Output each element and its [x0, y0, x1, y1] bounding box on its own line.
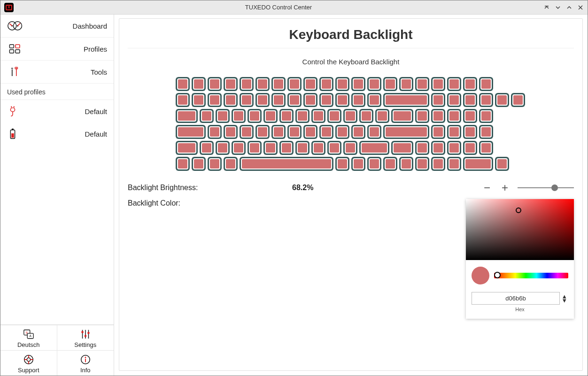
key	[224, 157, 238, 171]
key	[279, 109, 294, 123]
key	[383, 93, 429, 107]
key	[351, 125, 365, 139]
key	[463, 77, 477, 91]
key	[287, 77, 302, 91]
key	[192, 157, 206, 171]
key	[447, 141, 461, 155]
key	[431, 125, 445, 139]
key	[208, 125, 222, 139]
info-icon	[80, 353, 91, 366]
key	[479, 141, 493, 155]
brightness-label: Backlight Brightness:	[128, 184, 292, 192]
sidebar-item-tools[interactable]: Tools	[0, 61, 114, 84]
key	[399, 157, 413, 171]
key	[447, 125, 461, 139]
page-title: Keyboard Backlight	[128, 19, 574, 48]
titlebar: TUXEDO Control Center	[0, 0, 588, 15]
key	[248, 109, 262, 123]
key	[295, 109, 309, 123]
bottom-toolbar: 文A Deutsch Settings Support	[0, 325, 114, 376]
used-profiles-heading: Used profiles	[0, 84, 114, 100]
key	[463, 141, 477, 155]
profile-item-ac[interactable]: Default	[0, 100, 114, 123]
bottom-label: Deutsch	[17, 341, 40, 348]
key	[495, 157, 509, 171]
key	[367, 93, 381, 107]
hex-format-stepper[interactable]: ▴▾	[563, 294, 568, 302]
saturation-field[interactable]	[466, 199, 574, 260]
key	[479, 77, 493, 91]
key	[319, 77, 333, 91]
color-swatch	[472, 267, 489, 284]
key	[192, 93, 206, 107]
profile-label: Default	[26, 107, 107, 115]
support-icon	[23, 353, 34, 366]
key	[271, 125, 286, 139]
key	[224, 93, 238, 107]
key	[335, 157, 349, 171]
minimize-button[interactable]	[555, 4, 561, 11]
battery-icon	[7, 128, 18, 139]
svg-rect-9	[10, 108, 15, 112]
key	[240, 125, 254, 139]
key	[176, 141, 198, 155]
maximize-button[interactable]	[566, 4, 573, 11]
key	[415, 141, 429, 155]
settings-button[interactable]: Settings	[57, 325, 114, 350]
svg-rect-12	[11, 133, 14, 138]
key	[311, 141, 325, 155]
key	[176, 125, 206, 139]
key	[208, 93, 222, 107]
key	[479, 109, 493, 123]
profile-item-battery[interactable]: Default	[0, 123, 114, 145]
brightness-value: 68.2%	[292, 184, 372, 192]
close-button[interactable]	[577, 4, 584, 11]
key	[176, 157, 190, 171]
key	[383, 125, 429, 139]
hue-slider[interactable]	[494, 273, 568, 278]
saturation-cursor[interactable]	[516, 207, 521, 213]
info-button[interactable]: Info	[57, 350, 114, 376]
profiles-icon	[7, 42, 24, 55]
sidebar-item-dashboard[interactable]: Dashboard	[0, 15, 114, 38]
key	[399, 77, 413, 91]
sidebar-item-profiles[interactable]: Profiles	[0, 38, 114, 61]
svg-point-18	[84, 335, 86, 337]
keyboard-visual	[176, 77, 526, 171]
key	[431, 157, 445, 171]
hex-input[interactable]	[472, 292, 560, 305]
brightness-increase-button[interactable]: +	[500, 182, 510, 193]
svg-rect-4	[9, 45, 14, 48]
key	[327, 141, 341, 155]
brightness-decrease-button[interactable]: −	[482, 182, 492, 193]
key	[351, 93, 365, 107]
key	[216, 141, 230, 155]
key	[176, 93, 190, 107]
key	[279, 141, 294, 155]
key	[367, 77, 381, 91]
key	[240, 93, 254, 107]
language-button[interactable]: 文A Deutsch	[0, 325, 57, 350]
shade-button[interactable]	[543, 4, 550, 11]
svg-rect-11	[12, 129, 14, 130]
slider-thumb[interactable]	[551, 184, 558, 191]
support-button[interactable]: Support	[0, 350, 57, 376]
key	[367, 125, 381, 139]
key	[463, 157, 493, 171]
dashboard-icon	[7, 19, 24, 32]
key	[303, 77, 317, 91]
key	[415, 109, 429, 123]
key	[176, 109, 198, 123]
color-picker: ▴▾ Hex	[466, 199, 574, 319]
brightness-slider[interactable]	[518, 187, 574, 188]
key	[200, 141, 214, 155]
key	[287, 93, 302, 107]
sidebar-item-label: Profiles	[31, 45, 107, 53]
bottom-label: Support	[18, 367, 39, 374]
key	[431, 109, 445, 123]
color-label: Backlight Color:	[128, 199, 292, 207]
key	[431, 93, 445, 107]
key	[319, 93, 333, 107]
page-subtitle: Control the Keyboard Backlight	[128, 48, 574, 77]
hue-thumb[interactable]	[494, 272, 501, 278]
